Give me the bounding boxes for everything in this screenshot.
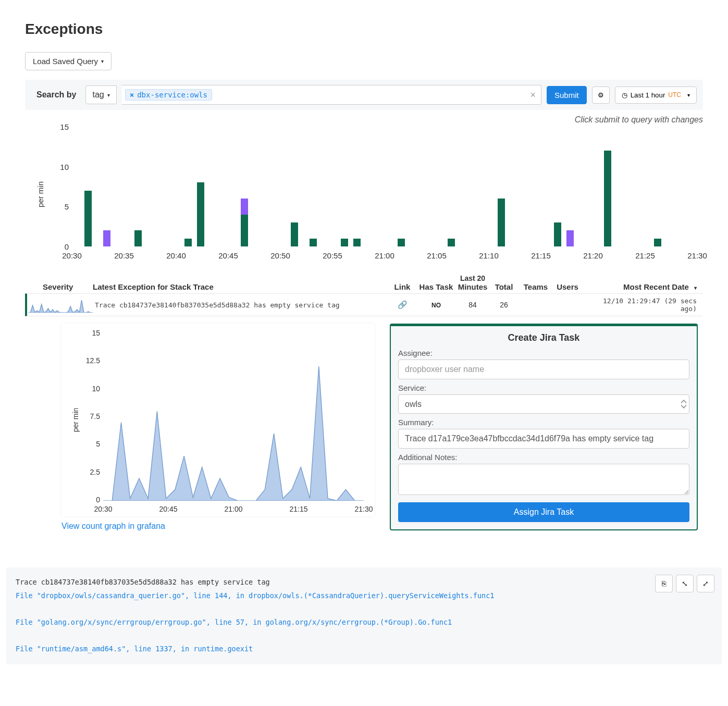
submit-hint: Click submit to query with changes [25, 115, 703, 125]
col-last20-bot: Minutes [458, 282, 488, 291]
gear-icon: ⚙ [598, 91, 604, 99]
copy-button[interactable]: ⎘ [655, 575, 673, 592]
page-title: Exceptions [25, 21, 703, 38]
exceptions-bar-chart: per min 051015 20:3020:3520:4020:4520:50… [30, 127, 703, 262]
notes-textarea[interactable] [398, 464, 689, 495]
timezone-label: UTC [668, 91, 681, 98]
col-total[interactable]: Total [488, 274, 520, 291]
assignee-label: Assignee: [398, 349, 689, 357]
assignee-input[interactable] [398, 360, 689, 379]
caret-down-icon: ▾ [107, 92, 110, 98]
caret-down-icon: ▾ [101, 58, 104, 64]
table-row[interactable]: Trace cb184737e38140fb837035e5d5d88a32 h… [25, 293, 703, 316]
chip-text: dbx-service:owls [137, 91, 207, 99]
row-message: Trace cb184737e38140fb837035e5d5d88a32 h… [95, 301, 389, 309]
copy-icon: ⎘ [662, 579, 666, 588]
assign-jira-button[interactable]: Assign Jira Task [398, 502, 689, 522]
col-severity[interactable]: Severity [25, 282, 93, 291]
stack-file-link[interactable]: File "dropbox/owls/cassandra_querier.go"… [16, 589, 712, 603]
col-has-task[interactable]: Has Task [415, 282, 457, 291]
service-label: Service: [398, 383, 689, 392]
search-input[interactable]: × dbx-service:owls × [122, 85, 541, 105]
filter-chip[interactable]: × dbx-service:owls [125, 89, 212, 101]
row-total: 26 [488, 301, 520, 309]
notes-label: Additional Notes: [398, 453, 689, 462]
expand-button[interactable]: ⤢ [697, 575, 714, 592]
col-latest[interactable]: Latest Exception for Stack Trace [93, 282, 389, 291]
detail-area-chart: per min 02.557.51012.515 20:3020:4521:00… [61, 324, 374, 516]
load-saved-query-label: Load Saved Query [33, 57, 98, 66]
row-last20: 84 [457, 301, 488, 309]
area-svg [103, 333, 364, 501]
collapse-icon: ⤡ [682, 579, 688, 588]
load-saved-query-button[interactable]: Load Saved Query ▾ [25, 52, 112, 70]
time-range-button[interactable]: ◷ Last 1 hour UTC ▾ [615, 86, 697, 104]
stack-file-link[interactable]: File "golang.org/x/sync/errgroup/errgrou… [16, 616, 712, 629]
col-teams[interactable]: Teams [520, 282, 552, 291]
collapse-button[interactable]: ⤡ [676, 575, 694, 592]
row-detail: per min 02.557.51012.515 20:3020:4521:00… [61, 324, 698, 531]
search-by-label: Search by [36, 90, 76, 100]
mini-ylabel: per min [71, 408, 80, 432]
stack-trace-box: ⎘ ⤡ ⤢ Trace cb184737e38140fb837035e5d5d8… [6, 567, 722, 664]
chart-ylabel: per min [36, 181, 45, 207]
submit-button[interactable]: Submit [547, 86, 587, 104]
expand-icon: ⤢ [702, 579, 709, 588]
table-header: Severity Latest Exception for Stack Trac… [25, 271, 703, 293]
create-jira-card: Create Jira Task Assignee: Service: owls… [390, 324, 698, 530]
settings-button[interactable]: ⚙ [592, 86, 610, 104]
search-bar: Search by tag ▾ × dbx-service:owls × Sub… [25, 80, 703, 110]
col-recent-label: Most Recent Date [623, 282, 689, 291]
col-last20-top: Last 20 [457, 274, 488, 282]
stack-file-link[interactable]: File "runtime/asm_amd64.s", line 1337, i… [16, 642, 712, 656]
search-mode-dropdown[interactable]: tag ▾ [85, 85, 116, 104]
sort-caret-icon: ▾ [694, 285, 697, 291]
search-mode-value: tag [92, 90, 104, 100]
col-total-label: Total [495, 282, 513, 291]
stack-line: Trace cb184737e38140fb837035e5d5d88a32 h… [16, 576, 712, 589]
link-icon: 🔗 [398, 300, 408, 309]
row-date: 12/10 21:29:47 (29 secs ago) [583, 297, 703, 313]
chip-remove-icon[interactable]: × [130, 91, 134, 99]
col-last20[interactable]: Last 20 Minutes [457, 274, 488, 291]
has-task-value: NO [431, 302, 441, 309]
caret-down-icon: ▾ [687, 92, 690, 98]
summary-label: Summary: [398, 418, 689, 427]
severity-sparkline [28, 297, 93, 313]
col-recent-date[interactable]: Most Recent Date ▾ [583, 282, 703, 291]
col-users[interactable]: Users [552, 282, 583, 291]
row-has-task: NO [415, 301, 457, 309]
jira-card-title: Create Jira Task [398, 332, 689, 343]
service-select[interactable]: owls [398, 394, 689, 414]
time-range-label: Last 1 hour [631, 91, 665, 99]
summary-input[interactable] [398, 429, 689, 449]
clock-icon: ◷ [622, 91, 627, 99]
row-link[interactable]: 🔗 [389, 300, 415, 309]
grafana-link[interactable]: View count graph in grafana [61, 522, 165, 531]
clear-search-icon[interactable]: × [530, 90, 536, 101]
col-link[interactable]: Link [389, 282, 415, 291]
